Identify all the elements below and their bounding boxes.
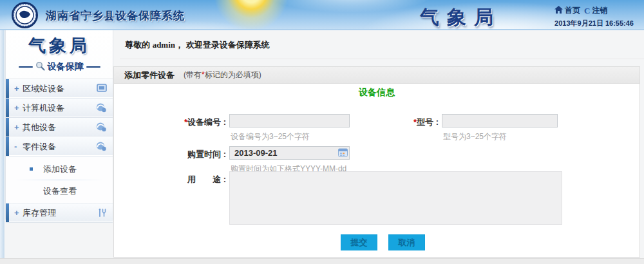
- expand-plus-icon[interactable]: +: [14, 208, 21, 218]
- collapse-minus-icon[interactable]: -: [14, 142, 21, 151]
- purchase-date-input[interactable]: [229, 146, 350, 160]
- sidebar-item-computer[interactable]: + 计算机设备: [6, 99, 113, 118]
- accent-bar: [6, 203, 9, 222]
- purchase-date-label: 购置时间 :: [140, 149, 226, 160]
- device-icon: [96, 103, 107, 115]
- active-bullet: [30, 167, 33, 171]
- calendar-icon[interactable]: [338, 148, 348, 157]
- sidebar-item-other[interactable]: + 其他设备: [6, 118, 113, 137]
- section-title: 设备信息: [114, 87, 639, 99]
- welcome-bar: 尊敬的 admin， 欢迎登录设备保障系统: [120, 30, 644, 59]
- sidebar-menu: + 区域站设备 + 计算机设备 +: [6, 79, 113, 223]
- device-icon: [96, 142, 107, 154]
- model-label: *型号 :: [384, 117, 439, 128]
- device-icon: [96, 122, 107, 135]
- top-nav: 首页 C 注销 2013年9月21日 16:55:46: [554, 5, 634, 28]
- sidebar-item-regional-station[interactable]: + 区域站设备: [6, 79, 113, 99]
- left-dash: [19, 66, 33, 68]
- bureau-title: 气象局: [393, 5, 528, 31]
- model-hint: 型号为3~25个字符: [443, 131, 507, 142]
- left-edge-strip: [0, 30, 5, 264]
- welcome-prefix: 尊敬的: [125, 40, 153, 50]
- device-no-hint: 设备编号为3~25个字符: [231, 131, 310, 142]
- expand-plus-icon[interactable]: +: [14, 122, 21, 132]
- cancel-button[interactable]: 取消: [388, 234, 425, 250]
- expand-plus-icon[interactable]: +: [14, 103, 21, 113]
- submenu-divider: [15, 180, 104, 180]
- accent-bar: [6, 137, 9, 156]
- header-datetime: 2013年9月21日 16:55:46: [554, 19, 634, 28]
- logout-circle-icon: C: [584, 6, 590, 15]
- tools-icon: [97, 208, 107, 220]
- sidebar-item-parts[interactable]: - 零件设备: [6, 137, 113, 156]
- panel-header: 添加零件设备 (带有*标记的为必填项): [114, 67, 639, 84]
- bureau-emblem-icon: [12, 2, 38, 28]
- sidebar-brand: 气象局: [6, 34, 113, 57]
- submenu-item-view-device[interactable]: 设备查看: [6, 183, 113, 199]
- purchase-date-field: [229, 146, 350, 160]
- footer-strip: [0, 258, 644, 264]
- required-note: (带有*标记的为必填项): [184, 70, 261, 80]
- header-banner: 湖南省宁乡县设备保障系统 气象局 首页 C 注销 2013年9月21日 16:5…: [0, 0, 644, 30]
- accent-bar: [6, 118, 9, 137]
- device-no-input[interactable]: [229, 114, 350, 127]
- monitor-icon: [97, 84, 107, 95]
- sidebar: 气象局 设备保障 + 区域站设备 + 计算机设备: [5, 30, 113, 220]
- search-icon: [35, 61, 45, 73]
- home-icon: [554, 6, 563, 15]
- home-link[interactable]: 首页: [554, 5, 580, 16]
- submit-button[interactable]: 提交: [341, 234, 377, 250]
- expand-plus-icon[interactable]: +: [14, 84, 21, 93]
- welcome-suffix: ， 欢迎登录设备保障系统: [175, 40, 270, 50]
- sidebar-item-inventory[interactable]: + 库存管理: [6, 203, 113, 223]
- accent-bar: [6, 99, 9, 117]
- model-input[interactable]: [442, 114, 558, 127]
- parts-submenu: 添加设备 设备查看: [6, 156, 113, 203]
- usage-textarea[interactable]: [229, 171, 562, 225]
- submenu-item-add-device[interactable]: 添加设备: [6, 161, 113, 177]
- sidebar-subtitle-row: 设备保障: [6, 61, 113, 73]
- logout-link[interactable]: C 注销: [584, 5, 607, 16]
- panel-title: 添加零件设备: [124, 70, 175, 81]
- accent-bar: [6, 79, 9, 98]
- device-no-label: *设备编号 :: [140, 117, 226, 128]
- add-parts-panel: 添加零件设备 (带有*标记的为必填项) 设备信息 *设备编号 : 设备编号为3~…: [113, 66, 640, 258]
- system-title: 湖南省宁乡县设备保障系统: [46, 8, 185, 23]
- home-label: 首页: [565, 5, 580, 16]
- username: admin: [153, 40, 175, 50]
- right-dash: [86, 66, 100, 68]
- logout-label: 注销: [592, 5, 607, 16]
- sidebar-subtitle: 设备保障: [48, 61, 84, 73]
- usage-label: 用 途 :: [140, 174, 226, 185]
